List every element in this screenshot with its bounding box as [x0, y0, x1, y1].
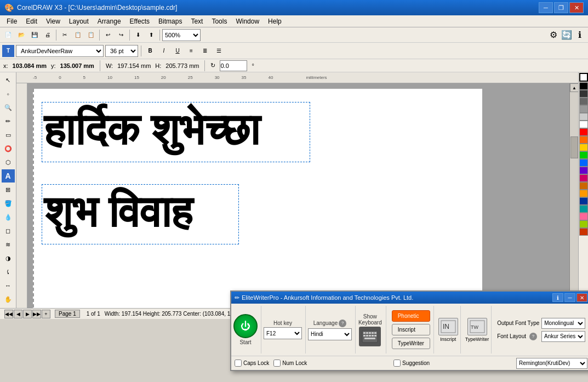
- save-btn[interactable]: 💾: [28, 29, 41, 41]
- typewriter-mode-btn[interactable]: TypeWriter: [392, 338, 430, 349]
- no-fill-swatch[interactable]: [579, 73, 588, 82]
- menu-layout[interactable]: Layout: [65, 15, 93, 27]
- prev-page-btn[interactable]: ◀: [14, 310, 22, 318]
- menu-help[interactable]: Help: [264, 15, 286, 27]
- menu-view[interactable]: View: [42, 15, 65, 27]
- undo-btn[interactable]: ↩: [102, 29, 114, 41]
- font-family-select[interactable]: AnkurDevNeerRaw: [16, 45, 104, 57]
- cut-btn[interactable]: ✂: [59, 29, 71, 41]
- color-lighter-gray[interactable]: [579, 113, 588, 121]
- outline-tool[interactable]: ◻: [2, 224, 15, 237]
- open-btn[interactable]: 📂: [15, 29, 27, 41]
- hand-tool[interactable]: ✋: [2, 293, 15, 306]
- color-light-gray[interactable]: [579, 105, 588, 113]
- elite-minimize-btn[interactable]: ─: [564, 293, 575, 302]
- color-white[interactable]: [579, 121, 588, 128]
- zoom-tool[interactable]: 🔍: [2, 101, 15, 114]
- align-left-btn[interactable]: ≡: [185, 45, 197, 57]
- language-select[interactable]: Hindi Marathi Sanskrit: [308, 328, 352, 340]
- color-brown[interactable]: [579, 182, 588, 190]
- add-page-btn[interactable]: +: [42, 310, 50, 318]
- start-button[interactable]: ⏻: [233, 314, 258, 338]
- menu-bitmaps[interactable]: Bitmaps: [154, 15, 186, 27]
- language-help-btn[interactable]: ?: [339, 320, 346, 327]
- text-tool[interactable]: A: [2, 169, 15, 183]
- import-btn[interactable]: ⬇: [132, 29, 144, 41]
- scroll-thumb[interactable]: [570, 136, 578, 158]
- suggestion-checkbox[interactable]: [393, 360, 401, 367]
- align-right-btn[interactable]: ☰: [213, 45, 225, 57]
- redo-btn[interactable]: ↪: [115, 29, 127, 41]
- print-btn[interactable]: 🖨: [42, 29, 54, 41]
- output-font-type-select[interactable]: Monolingual Unicode: [541, 318, 585, 329]
- text-tool-active[interactable]: T: [2, 45, 14, 57]
- info-btn[interactable]: ℹ: [574, 29, 586, 41]
- color-red[interactable]: [579, 128, 588, 136]
- color-dark-gray[interactable]: [579, 90, 588, 98]
- minimize-button[interactable]: ─: [539, 2, 553, 13]
- rotation-input[interactable]: [220, 60, 247, 71]
- color-gray[interactable]: [579, 98, 588, 105]
- last-page-btn[interactable]: ▶▶: [32, 310, 41, 318]
- close-button[interactable]: ✕: [569, 2, 584, 13]
- select-tool[interactable]: ↖: [2, 73, 15, 87]
- drawing-canvas[interactable]: हार्दिक शुभेच्छा शुभ विवाह: [33, 89, 482, 308]
- export-btn[interactable]: ⬆: [145, 29, 157, 41]
- connector-tool[interactable]: ⤹: [2, 265, 15, 278]
- font-layout-help-btn[interactable]: ?: [529, 333, 537, 340]
- num-lock-checkbox[interactable]: [273, 360, 281, 367]
- elite-info-btn[interactable]: ℹ: [552, 293, 563, 302]
- dimension-tool[interactable]: ↔: [2, 279, 15, 292]
- color-amber[interactable]: [579, 190, 588, 197]
- vertical-scrollbar[interactable]: ▲ ▼: [569, 83, 578, 308]
- menu-tools[interactable]: Tools: [207, 15, 231, 27]
- typewriter-section[interactable]: TW TypeWriter: [463, 306, 492, 354]
- elite-close-btn[interactable]: ✕: [576, 293, 587, 302]
- font-layout-select[interactable]: Ankur Series Kruti Dev Mangal: [541, 331, 585, 342]
- restore-button[interactable]: ❐: [554, 2, 568, 13]
- phonetic-mode-btn[interactable]: Phonetic: [392, 310, 430, 322]
- show-keyboard-button[interactable]: [359, 327, 381, 346]
- paste-btn[interactable]: 📋: [85, 29, 97, 41]
- polygon-tool[interactable]: ⬡: [2, 156, 15, 169]
- color-green[interactable]: [579, 151, 588, 159]
- table-tool[interactable]: ⊞: [2, 183, 15, 196]
- eyedropper-tool[interactable]: 💧: [2, 210, 15, 224]
- menu-window[interactable]: Window: [231, 15, 264, 27]
- color-orange[interactable]: [579, 136, 588, 144]
- color-lime[interactable]: [579, 220, 588, 228]
- menu-edit[interactable]: Edit: [21, 15, 42, 27]
- inscript-section[interactable]: IN Inscript: [436, 306, 461, 354]
- node-tool[interactable]: ⬦: [2, 87, 15, 100]
- menu-file[interactable]: File: [2, 15, 21, 27]
- color-crimson[interactable]: [579, 228, 588, 236]
- caps-lock-checkbox[interactable]: [235, 360, 242, 367]
- freehand-tool[interactable]: ✏: [2, 115, 15, 128]
- color-purple[interactable]: [579, 167, 588, 174]
- copy-btn[interactable]: 📋: [72, 29, 84, 41]
- transparency-tool[interactable]: ◑: [2, 252, 15, 265]
- first-page-btn[interactable]: ◀◀: [4, 310, 13, 318]
- elite-title-bar[interactable]: ✏ EliteWriterPro - Ankursoft Information…: [231, 292, 588, 304]
- next-page-btn[interactable]: ▶: [23, 310, 32, 318]
- color-pink[interactable]: [579, 174, 588, 182]
- hotkey-select[interactable]: F12 F11 F10: [264, 327, 302, 339]
- page-tab[interactable]: Page 1: [55, 310, 80, 318]
- menu-text[interactable]: Text: [186, 15, 207, 27]
- italic-btn[interactable]: I: [158, 45, 170, 57]
- inscript-mode-btn[interactable]: Inscript: [392, 324, 430, 335]
- underline-btn[interactable]: U: [172, 45, 184, 57]
- scroll-up-btn[interactable]: ▲: [570, 83, 578, 92]
- remington-select[interactable]: Remington(KrutiDev): [516, 358, 587, 369]
- color-black[interactable]: [579, 82, 588, 90]
- blend-tool[interactable]: ≋: [2, 238, 15, 251]
- color-dark-blue[interactable]: [579, 197, 588, 205]
- settings-btn[interactable]: ⚙: [547, 29, 560, 41]
- refresh-btn[interactable]: 🔄: [561, 29, 573, 41]
- color-yellow[interactable]: [579, 144, 588, 151]
- color-teal[interactable]: [579, 205, 588, 213]
- color-blue[interactable]: [579, 159, 588, 167]
- zoom-select[interactable]: 500% 400% 200% 100%: [162, 29, 201, 41]
- bold-btn[interactable]: B: [144, 45, 156, 57]
- align-center-btn[interactable]: ≣: [199, 45, 211, 57]
